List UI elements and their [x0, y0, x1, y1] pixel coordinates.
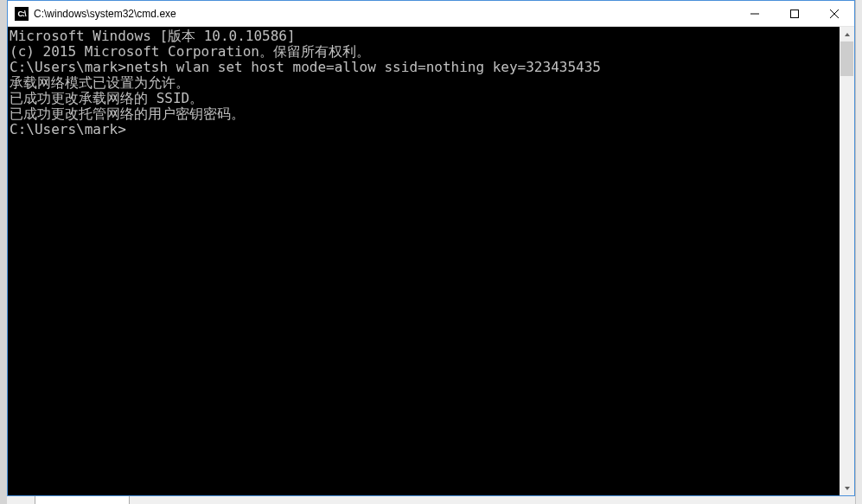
svg-marker-5	[845, 487, 850, 490]
typed-command: netsh wlan set host mode=allow ssid=noth…	[126, 60, 601, 75]
output-line: 已成功更改托管网络的用户密钥密码。	[10, 106, 840, 122]
svg-rect-1	[791, 10, 799, 17]
prompt-line: C:\Users\mark>netsh wlan set host mode=a…	[10, 60, 840, 75]
window-controls	[735, 1, 854, 26]
output-line: 承载网络模式已设置为允许。	[10, 75, 840, 91]
scroll-up-button[interactable]	[840, 27, 854, 41]
terminal-output[interactable]: Microsoft Windows [版本 10.0.10586](c) 201…	[8, 27, 840, 495]
close-button[interactable]	[814, 1, 854, 26]
desktop-edge	[855, 0, 862, 504]
minimize-button[interactable]	[735, 1, 775, 26]
cmd-window: C:\ C:\windows\system32\cmd.exe Microsof…	[7, 0, 855, 496]
chevron-up-icon	[844, 31, 851, 38]
client-area: Microsoft Windows [版本 10.0.10586](c) 201…	[8, 27, 854, 495]
maximize-icon	[790, 10, 799, 18]
output-line: 已成功更改承载网络的 SSID。	[10, 91, 840, 106]
prompt: C:\Users\mark>	[10, 122, 126, 137]
svg-marker-4	[845, 33, 850, 36]
close-icon	[830, 10, 839, 18]
prompt: C:\Users\mark>	[10, 60, 126, 75]
scroll-down-button[interactable]	[840, 481, 854, 495]
background-tab	[35, 496, 130, 504]
scroll-thumb[interactable]	[840, 41, 853, 76]
output-line: Microsoft Windows [版本 10.0.10586]	[10, 29, 840, 44]
cmd-icon: C:\	[15, 7, 29, 21]
active-prompt-line[interactable]: C:\Users\mark>	[10, 122, 840, 137]
scroll-track[interactable]	[840, 41, 854, 481]
titlebar[interactable]: C:\ C:\windows\system32\cmd.exe	[8, 1, 854, 27]
minimize-icon	[750, 10, 759, 18]
maximize-button[interactable]	[775, 1, 814, 26]
chevron-down-icon	[844, 485, 851, 492]
background-strip	[7, 496, 855, 504]
output-line: (c) 2015 Microsoft Corporation。保留所有权利。	[10, 44, 840, 60]
vertical-scrollbar[interactable]	[840, 27, 854, 495]
window-title: C:\windows\system32\cmd.exe	[34, 8, 735, 20]
